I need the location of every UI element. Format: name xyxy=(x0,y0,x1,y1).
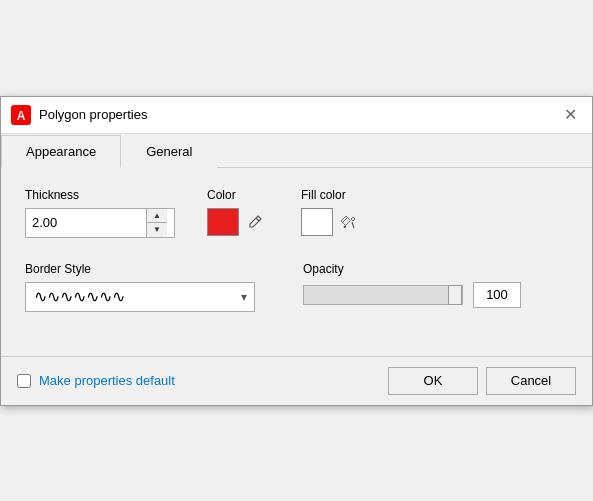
row-border-opacity: Border Style ∿∿∿∿∿∿∿ —————— - - - - - - … xyxy=(25,262,568,312)
make-default-label[interactable]: Make properties default xyxy=(39,373,175,388)
opacity-controls xyxy=(303,282,521,308)
color-swatch[interactable] xyxy=(207,208,239,236)
opacity-label: Opacity xyxy=(303,262,521,276)
ok-button[interactable]: OK xyxy=(388,367,478,395)
thickness-down-button[interactable]: ▼ xyxy=(147,223,167,237)
close-button[interactable]: ✕ xyxy=(558,103,582,127)
svg-line-3 xyxy=(352,222,354,228)
thickness-group: Thickness ▲ ▼ xyxy=(25,188,175,238)
thickness-input[interactable] xyxy=(26,211,146,234)
footer-left: Make properties default xyxy=(17,373,175,388)
border-style-select[interactable]: ∿∿∿∿∿∿∿ —————— - - - - - - · · · · · · xyxy=(25,282,255,312)
fill-color-label: Fill color xyxy=(301,188,363,202)
tab-content-appearance: Thickness ▲ ▼ Color xyxy=(1,168,592,356)
dialog-title: Polygon properties xyxy=(39,107,147,122)
thickness-spinner: ▲ ▼ xyxy=(146,209,167,237)
opacity-value-input[interactable] xyxy=(473,282,521,308)
row-thickness-color: Thickness ▲ ▼ Color xyxy=(25,188,568,238)
polygon-properties-dialog: A Polygon properties ✕ Appearance Genera… xyxy=(0,96,593,406)
color-group: Color xyxy=(207,188,269,236)
opacity-slider[interactable] xyxy=(303,285,463,305)
thickness-up-button[interactable]: ▲ xyxy=(147,209,167,223)
footer: Make properties default OK Cancel xyxy=(1,356,592,405)
fill-swatch-group xyxy=(301,208,363,236)
adobe-icon: A xyxy=(11,105,31,125)
fill-color-edit-button[interactable] xyxy=(335,208,363,236)
fill-color-swatch[interactable] xyxy=(301,208,333,236)
fill-color-group: Fill color xyxy=(301,188,363,236)
cancel-button[interactable]: Cancel xyxy=(486,367,576,395)
make-default-checkbox[interactable] xyxy=(17,374,31,388)
thickness-input-wrapper: ▲ ▼ xyxy=(25,208,175,238)
color-edit-button[interactable] xyxy=(241,208,269,236)
svg-text:A: A xyxy=(17,109,26,123)
paint-bucket-icon xyxy=(341,214,357,230)
pencil-icon xyxy=(247,214,263,230)
border-style-label: Border Style xyxy=(25,262,255,276)
thickness-label: Thickness xyxy=(25,188,175,202)
border-style-group: Border Style ∿∿∿∿∿∿∿ —————— - - - - - - … xyxy=(25,262,255,312)
tab-general[interactable]: General xyxy=(121,135,217,168)
title-bar-left: A Polygon properties xyxy=(11,105,147,125)
border-style-select-wrapper: ∿∿∿∿∿∿∿ —————— - - - - - - · · · · · · xyxy=(25,282,255,312)
color-label: Color xyxy=(207,188,269,202)
title-bar: A Polygon properties ✕ xyxy=(1,97,592,134)
tab-bar: Appearance General xyxy=(1,134,592,168)
tab-appearance[interactable]: Appearance xyxy=(1,135,121,168)
color-swatch-group xyxy=(207,208,269,236)
svg-line-2 xyxy=(256,218,259,221)
opacity-group: Opacity xyxy=(303,262,521,308)
footer-buttons: OK Cancel xyxy=(388,367,576,395)
